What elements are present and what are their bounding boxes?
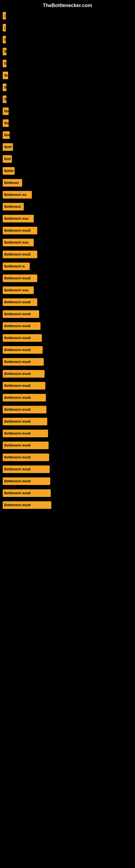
bar-label: Bottleneck re	[3, 262, 30, 270]
bar-label: Bottleneck result	[3, 370, 45, 378]
bar-label: |	[3, 12, 6, 20]
bar-label: Bottleneck resu	[3, 215, 34, 222]
bar-label: Bo	[3, 72, 8, 79]
bar-row: Bottleneck result	[3, 248, 132, 260]
bar-label: B	[3, 84, 6, 91]
bar-row: Bottleneck	[3, 201, 132, 213]
bar-label: Bott	[3, 155, 12, 163]
bar-label: Bottle	[3, 167, 14, 175]
bar-row: B	[3, 82, 132, 93]
bar-row: Bottleneck result	[3, 380, 132, 392]
bars-container: ||EBEBoBBBoBoBotBottlBottBottleBottlenec…	[0, 10, 135, 511]
bar-row: Bottleneck result	[3, 415, 132, 428]
bar-label: Bottleneck result	[3, 227, 37, 235]
bar-label: Bottleneck result	[3, 382, 45, 390]
bar-label: Bottleneck	[3, 203, 24, 211]
bar-label: Bottleneck result	[3, 430, 48, 437]
bar-label: E	[3, 36, 6, 43]
bar-label: Bottl	[3, 143, 13, 151]
bar-label: Bottleneck result	[3, 310, 39, 318]
bar-label: Bottleneck result	[3, 275, 37, 282]
bar-row: Bottleneck result	[3, 296, 132, 308]
bar-label: Bottleneck result	[3, 501, 51, 509]
bar-row: Bottleneck result	[3, 439, 132, 452]
bar-label: Bottleneck result	[3, 322, 41, 330]
bar-label: Bottleneck result	[3, 394, 46, 401]
bar-label: Bottleneck result	[3, 418, 47, 425]
bar-label: E	[3, 60, 6, 67]
bar-label: Bottlenec	[3, 179, 22, 187]
bar-row: Bottleneck result	[3, 344, 132, 356]
bar-label: Bottleneck result	[3, 299, 37, 306]
bar-label: Bot	[3, 131, 10, 139]
bar-row: Bottleneck result	[3, 499, 132, 511]
bar-row: Bottleneck result	[3, 452, 132, 463]
bar-row: Bottleneck result	[3, 332, 132, 344]
bar-row: |	[3, 10, 132, 22]
bar-row: Bottle	[3, 165, 132, 177]
bar-row: Bottleneck result	[3, 356, 132, 368]
bar-label: Bo	[3, 107, 9, 115]
bar-label: Bottleneck result	[3, 406, 46, 413]
bar-row: Bottleneck result	[3, 225, 132, 237]
bar-row: Bottleneck result	[3, 308, 132, 320]
bar-label: Bottleneck result	[3, 251, 37, 258]
bar-row: Bottleneck result	[3, 428, 132, 439]
bar-row: Bo	[3, 117, 132, 129]
bar-row: Bo	[3, 105, 132, 117]
bar-row: Bottleneck resu	[3, 213, 132, 225]
bar-row: E	[3, 58, 132, 69]
bar-row: Bottleneck res	[3, 189, 132, 201]
bar-row: Bottleneck result	[3, 475, 132, 487]
bar-row: Bottlenec	[3, 177, 132, 189]
bar-label: Bottleneck result	[3, 454, 49, 461]
bar-label: Bottleneck resu	[3, 286, 34, 294]
bar-row: Bottleneck resu	[3, 237, 132, 248]
bar-row: B	[3, 93, 132, 105]
bar-label: B	[3, 48, 6, 55]
bar-label: Bottleneck result	[3, 334, 42, 342]
bar-row: Bottleneck resu	[3, 284, 132, 296]
bar-row: Bot	[3, 129, 132, 141]
bar-label: Bottleneck result	[3, 442, 49, 449]
bar-row: Bottleneck result	[3, 368, 132, 380]
bar-label: Bottleneck res	[3, 191, 32, 198]
bar-label: Bottleneck result	[3, 358, 44, 366]
bar-label: Bo	[3, 119, 9, 127]
bar-row: Bott	[3, 153, 132, 165]
bar-row: Bottleneck result	[3, 320, 132, 332]
bar-label: Bottleneck result	[3, 346, 43, 354]
bar-row: Bottleneck result	[3, 463, 132, 475]
bar-row: Bottleneck result	[3, 392, 132, 404]
bar-row: Bo	[3, 69, 132, 82]
bar-row: Bottleneck result	[3, 487, 132, 499]
bar-label: Bottleneck resu	[3, 239, 34, 246]
bar-row: Bottleneck re	[3, 260, 132, 272]
bar-row: E	[3, 34, 132, 45]
bar-row: Bottl	[3, 141, 132, 153]
site-title: TheBottlenecker.com	[0, 0, 135, 10]
bar-label: Bottleneck result	[3, 465, 50, 473]
bar-label: Bottleneck result	[3, 489, 51, 497]
bar-row: |	[3, 22, 132, 34]
bar-label: Bottleneck result	[3, 477, 50, 485]
bar-label: B	[3, 95, 6, 103]
bar-row: Bottleneck result	[3, 272, 132, 284]
bar-row: B	[3, 45, 132, 58]
bar-row: Bottleneck result	[3, 404, 132, 415]
bar-label: |	[3, 24, 6, 31]
